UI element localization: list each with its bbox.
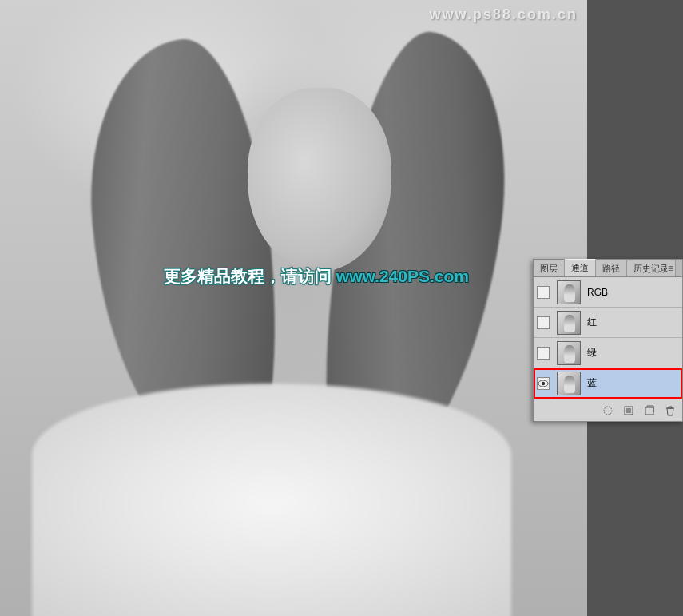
tab-layers[interactable]: 图层: [534, 260, 565, 276]
visibility-toggle[interactable]: [537, 377, 550, 390]
delete-channel-icon[interactable]: [663, 403, 677, 418]
overlay-caption: 更多精品教程，请访问 www.240PS.com: [164, 265, 469, 288]
watermark-text: www.ps88.com.cn: [430, 6, 578, 23]
divider: [554, 277, 554, 308]
eye-icon: [538, 380, 549, 387]
divider: [554, 308, 554, 338]
overlay-url-text: www.240PS.com: [336, 267, 469, 285]
channel-row-blue[interactable]: 蓝: [534, 368, 682, 399]
tab-paths[interactable]: 路径: [596, 260, 627, 276]
svg-point-2: [604, 407, 612, 415]
svg-rect-5: [645, 407, 653, 415]
channels-panel: 图层 通道 路径 历史记录 RGB 红 绿: [533, 259, 683, 422]
channel-list: RGB 红 绿 蓝: [534, 277, 682, 399]
visibility-toggle[interactable]: [537, 286, 550, 299]
photo-face: [248, 88, 391, 272]
divider: [554, 338, 554, 368]
save-selection-icon[interactable]: [621, 403, 636, 418]
svg-point-1: [542, 381, 545, 384]
visibility-toggle[interactable]: [537, 316, 550, 329]
divider: [554, 368, 554, 399]
channel-thumbnail: [557, 341, 581, 365]
channel-row-red[interactable]: 红: [534, 308, 682, 338]
tab-channels[interactable]: 通道: [565, 259, 596, 276]
new-channel-icon[interactable]: [642, 403, 657, 418]
channel-label: RGB: [587, 287, 608, 298]
channel-label: 红: [587, 316, 597, 329]
channel-row-rgb[interactable]: RGB: [534, 277, 682, 308]
load-selection-icon[interactable]: [601, 403, 615, 418]
channel-thumbnail: [557, 280, 581, 304]
panel-tabs: 图层 通道 路径 历史记录: [534, 260, 682, 277]
panel-menu-icon[interactable]: [668, 263, 679, 274]
channel-label: 蓝: [587, 376, 597, 390]
svg-rect-4: [626, 408, 631, 413]
panel-footer: [534, 399, 682, 421]
canvas-area[interactable]: www.ps88.com.cn 更多精品教程，请访问 www.240PS.com: [0, 0, 587, 616]
photo-coat: [32, 384, 511, 616]
channel-thumbnail: [557, 372, 581, 395]
overlay-cn-text: 更多精品教程，请访问: [164, 267, 336, 285]
channel-row-green[interactable]: 绿: [534, 338, 682, 368]
channel-thumbnail: [557, 311, 581, 335]
visibility-toggle[interactable]: [537, 347, 550, 360]
channel-label: 绿: [587, 346, 597, 360]
